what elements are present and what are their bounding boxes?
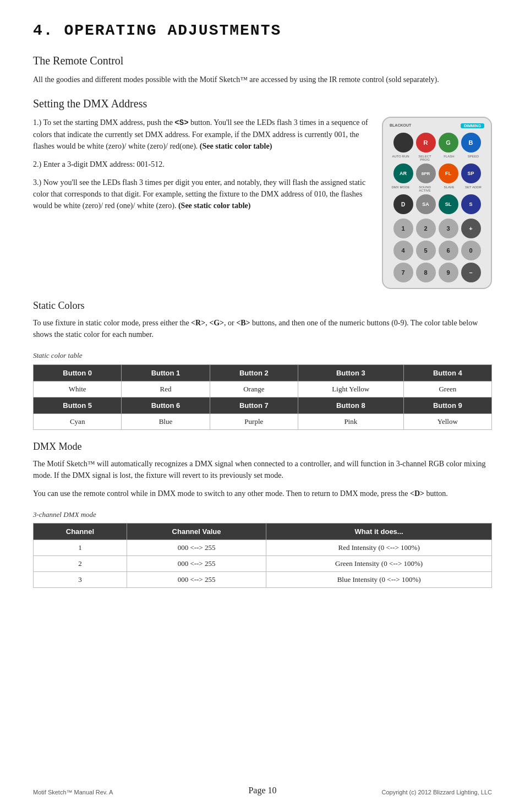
static-color-table-caption: Static color table	[33, 350, 492, 361]
remote-btn-dark	[393, 133, 413, 152]
section-heading-remote: The Remote Control	[33, 55, 492, 67]
section-heading-dmx-mode: DMX Mode	[33, 441, 492, 453]
blackout-label: BLACKOUT	[390, 123, 411, 128]
dmx-step-3: 3.) Now you'll see the LEDs flash 3 time…	[33, 177, 371, 211]
remote-control-image: BLACKOUT DIMMING R G B AUTO RUN SELECT P…	[382, 117, 492, 289]
remote-sublabels-2: DMX MODE SOUND ACTIVE SLAVE SET ADDR	[387, 186, 486, 192]
dmx-ch-2: 2	[34, 556, 127, 572]
remote-btn-plus: +	[461, 219, 481, 238]
dmx-table-caption: 3-channel DMX mode	[33, 509, 492, 520]
footer-left: Motif Sketch™ Manual Rev. A	[33, 789, 113, 795]
dmx-mode-body2: You can use the remote control while in …	[33, 488, 492, 499]
dmx-row-1: 1 000 <--> 255 Red Intensity (0 <--> 100…	[34, 540, 492, 556]
remote-btn-6: 6	[439, 241, 458, 260]
static-val-6: Blue	[122, 413, 210, 429]
static-val-1: Red	[122, 381, 210, 397]
static-col-btn4: Button 4	[403, 364, 491, 381]
static-color-table: Button 0 Button 1 Button 2 Button 3 Butt…	[33, 364, 492, 430]
dmx-step-2: 2.) Enter a 3-digit DMX address: 001-512…	[33, 159, 371, 170]
static-col-btn7: Button 7	[210, 397, 298, 413]
dmx-col-value: Channel Value	[127, 524, 266, 540]
dmx-address-text: 1.) To set the starting DMX address, pus…	[33, 117, 371, 218]
static-col-btn0: Button 0	[34, 364, 122, 381]
footer-right: Copyright (c) 2012 Blizzard Lighting, LL…	[381, 789, 492, 795]
remote-btn-8: 8	[416, 263, 436, 282]
remote-btn-2: 2	[416, 219, 436, 238]
static-val-4: Green	[403, 381, 491, 397]
dmx-val-3: 000 <--> 255	[127, 572, 266, 588]
remote-btn-r: R	[416, 133, 436, 152]
static-val-8: Pink	[298, 413, 403, 429]
remote-btn-7: 7	[393, 263, 413, 282]
remote-row-6: 7 8 9 –	[387, 263, 486, 282]
static-col-btn9: Button 9	[403, 397, 491, 413]
remote-btn-g: G	[439, 133, 458, 152]
dmx-step-1: 1.) To set the starting DMX address, pus…	[33, 117, 371, 152]
dmx-desc-2: Green Intensity (0 <--> 100%)	[266, 556, 492, 572]
remote-row-4: 1 2 3 +	[387, 219, 486, 238]
static-col-btn5: Button 5	[34, 397, 122, 413]
page-title: 4. OPERATING ADJUSTMENTS	[33, 22, 492, 39]
dmx-row-2: 2 000 <--> 255 Green Intensity (0 <--> 1…	[34, 556, 492, 572]
remote-control-body: All the goodies and different modes poss…	[33, 74, 492, 85]
static-col-btn1: Button 1	[122, 364, 210, 381]
section-heading-dmx-address: Setting the DMX Address	[33, 97, 492, 110]
static-val-0: White	[34, 381, 122, 397]
remote-row-1: R G B	[387, 133, 486, 152]
remote-btn-d: D	[393, 194, 413, 214]
dmx-col-channel: Channel	[34, 524, 127, 540]
static-val-9: Yellow	[403, 413, 491, 429]
remote-btn-ar: AR	[393, 164, 413, 183]
remote-btn-4: 4	[393, 241, 413, 260]
dmx-desc-3: Blue Intensity (0 <--> 100%)	[266, 572, 492, 588]
remote-btn-8pr: 8PR	[416, 164, 436, 183]
remote-btn-5: 5	[416, 241, 436, 260]
remote-btn-0: 0	[461, 241, 481, 260]
static-val-3: Light Yellow	[298, 381, 403, 397]
static-val-5: Cyan	[34, 413, 122, 429]
remote-btn-minus: –	[461, 263, 481, 282]
dmx-mode-body1: The Motif Sketch™ will automatically rec…	[33, 458, 492, 481]
static-val-2: Orange	[210, 381, 298, 397]
dmx-desc-1: Red Intensity (0 <--> 100%)	[266, 540, 492, 556]
remote-row-5: 4 5 6 0	[387, 241, 486, 260]
remote-sublabels-1: AUTO RUN SELECT PROG FLASH SPEED	[387, 155, 486, 161]
remote-btn-sa: SA	[416, 194, 436, 214]
static-col-btn3: Button 3	[298, 364, 403, 381]
dmx-val-2: 000 <--> 255	[127, 556, 266, 572]
remote-btn-fl: FL	[439, 164, 458, 183]
static-col-btn8: Button 8	[298, 397, 403, 413]
dmx-mode-table: Channel Channel Value What it does... 1 …	[33, 523, 492, 588]
remote-btn-3: 3	[439, 219, 458, 238]
static-val-7: Purple	[210, 413, 298, 429]
section-heading-static-colors: Static Colors	[33, 300, 492, 312]
remote-btn-sl: SL	[439, 194, 458, 214]
remote-row-3: D SA SL S	[387, 194, 486, 214]
static-col-btn6: Button 6	[122, 397, 210, 413]
dmx-col-what: What it does...	[266, 524, 492, 540]
dmx-row-3: 3 000 <--> 255 Blue Intensity (0 <--> 10…	[34, 572, 492, 588]
remote-row-2: AR 8PR FL SP	[387, 164, 486, 183]
dmx-ch-1: 1	[34, 540, 127, 556]
remote-btn-1: 1	[393, 219, 413, 238]
dmx-val-1: 000 <--> 255	[127, 540, 266, 556]
dimming-label: DIMMING	[461, 123, 484, 128]
remote-btn-b: B	[461, 133, 481, 152]
static-colors-intro: To use fixture in static color mode, pre…	[33, 317, 492, 340]
page-number: Page 10	[248, 786, 276, 795]
static-col-btn2: Button 2	[210, 364, 298, 381]
remote-btn-s: S	[461, 194, 481, 214]
remote-btn-sp: SP	[461, 164, 481, 183]
dmx-ch-3: 3	[34, 572, 127, 588]
remote-btn-9: 9	[439, 263, 458, 282]
